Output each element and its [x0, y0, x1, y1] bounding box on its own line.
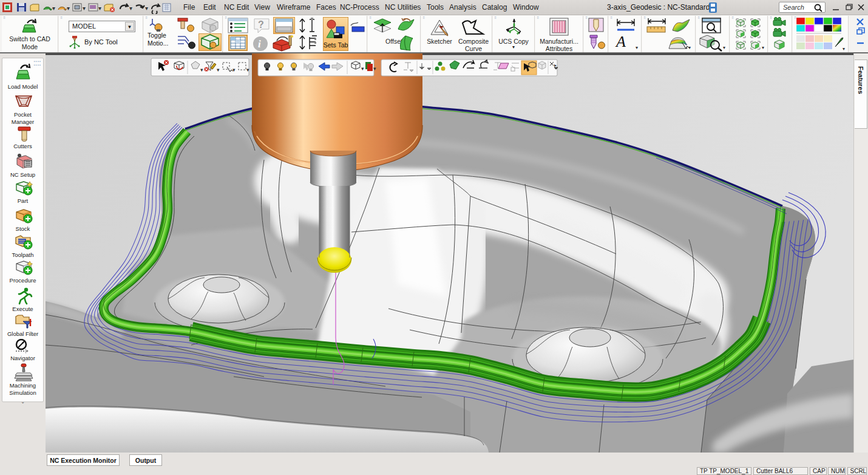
svg-text:▾: ▾ [373, 66, 376, 72]
svg-text:▾: ▾ [129, 5, 132, 12]
svg-text:▾: ▾ [67, 5, 70, 12]
svg-text:▾: ▾ [246, 67, 249, 73]
svg-text:▾: ▾ [52, 5, 55, 12]
svg-text:▾: ▾ [200, 67, 203, 73]
svg-text:i: i [258, 38, 261, 50]
svg-text:?: ? [258, 19, 264, 30]
svg-text:▸: ▸ [554, 63, 557, 68]
svg-text:▾: ▾ [145, 5, 148, 12]
svg-text:▾: ▾ [361, 66, 364, 72]
svg-text:▾: ▾ [232, 67, 236, 73]
svg-text:▾: ▾ [83, 5, 86, 12]
svg-text:▾: ▾ [98, 5, 101, 12]
svg-text:▾: ▾ [217, 67, 220, 73]
